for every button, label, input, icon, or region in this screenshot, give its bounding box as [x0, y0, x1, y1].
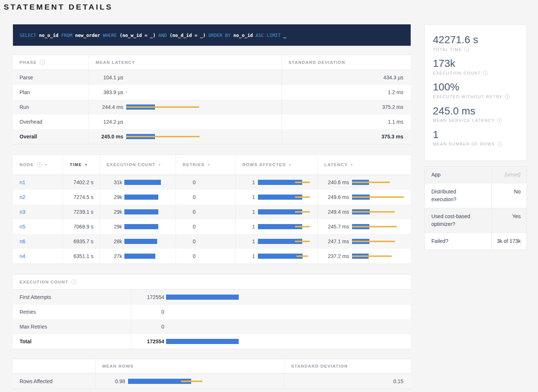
node-link[interactable]: n1 [20, 179, 25, 185]
attribute-label: Distributed execution? [425, 183, 492, 208]
mean-latency-value: 383.9 µs [96, 89, 123, 95]
attribute-label: Failed? [425, 233, 492, 250]
phase-table: PHASE MEAN LATENCY STANDARD DEVIATION Pa… [13, 55, 411, 144]
mean-latency-value: 245.0 ms [96, 134, 123, 140]
stat-executed-without-retry: 100% EXECUTED WITHOUT RETRY [433, 81, 518, 99]
retries-value: 0 [176, 224, 196, 230]
rows-affected-value: 1 [236, 238, 255, 244]
sort-arrow-icon[interactable]: ▼ [158, 163, 161, 166]
info-icon[interactable] [497, 118, 502, 123]
mean-rows-column-header: MEAN ROWS [95, 359, 284, 373]
node-column-header[interactable]: NODE ▼ [13, 155, 63, 175]
sort-arrow-icon[interactable]: ▼ [207, 163, 210, 166]
mean-rows-value: 0.98 [96, 378, 125, 384]
stat-value: 100% [433, 81, 518, 93]
table-row: n3 7239.1 s 29k 0 1 249.4 ms [13, 204, 411, 219]
std-dev-value: 375.2 ms [382, 104, 403, 110]
latency-bar [126, 90, 281, 95]
table-row: Max Retries 0 [13, 319, 411, 334]
row-label: Retries [20, 309, 36, 315]
rows-affected-value: 1 [236, 253, 255, 259]
latency-value: 247.1 ms [318, 238, 349, 244]
attribute-label: App [425, 166, 492, 183]
count-bar [166, 339, 402, 344]
info-icon[interactable] [497, 142, 502, 147]
rows-affected-bar [258, 239, 313, 244]
table-row: n1 7402.2 s 31k 0 1 240.6 ms [13, 175, 411, 190]
rows-affected-value: 1 [236, 224, 255, 230]
time-value: 7402.2 s [73, 179, 93, 185]
table-row: Overall 245.0 ms 375.3 ms [13, 129, 411, 144]
node-link[interactable]: n2 [20, 194, 25, 200]
count-value: 172554 [131, 294, 164, 300]
std-dev-column-header: STANDARD DEVIATION [282, 55, 411, 70]
info-icon[interactable] [71, 279, 76, 285]
std-dev-value: 0.15 [393, 378, 403, 384]
table-row: n4 6351.1 s 27k 0 1 237.2 ms [13, 249, 411, 264]
latency-column-header[interactable]: LATENCY ▼ [317, 155, 411, 175]
execution-count-bar [124, 224, 172, 229]
std-dev-value: 375.3 ms [382, 134, 403, 140]
table-row: Overhead 124.2 µs 1.1 ms [13, 114, 411, 129]
info-icon[interactable] [37, 162, 42, 167]
execution-count-bar [124, 239, 172, 244]
mean-latency-value: 104.1 µs [96, 75, 123, 80]
latency-value: 237.2 ms [318, 253, 349, 259]
phase-column-header: PHASE [13, 55, 89, 70]
stat-mean-number-of-rows: 1 MEAN NUMBER OF ROWS [433, 129, 518, 147]
count-bar [166, 295, 402, 300]
row-label: Rows Affected [20, 378, 52, 384]
count-value: 0 [131, 309, 164, 315]
info-icon[interactable] [505, 94, 510, 99]
time-column-header[interactable]: TIME ▼ [63, 155, 100, 175]
node-table: NODE ▼ TIME ▼ EXECUTION COUNT ▼ RETRIES … [13, 154, 411, 264]
sort-arrow-icon[interactable]: ▼ [85, 163, 87, 166]
main-column: SELECT no_o_id FROM new_order WHERE (no_… [13, 24, 411, 389]
rows-affected-bar [258, 195, 313, 200]
latency-value: 249.4 ms [318, 209, 349, 215]
mean-latency-value: 124.2 µs [96, 119, 123, 125]
summary-card: 42271.6 s TOTAL TIME 173k EXECUTION COUN… [424, 24, 527, 161]
mean-rows-bar [128, 379, 283, 384]
sort-arrow-icon[interactable]: ▼ [289, 163, 292, 166]
execution-count-column-header[interactable]: EXECUTION COUNT ▼ [100, 155, 176, 175]
execution-count-bar [124, 254, 172, 259]
phase-label: Overhead [20, 119, 42, 125]
table-row: First Attempts 172554 [13, 290, 411, 305]
attribute-row-cost-based-optimizer: Used cost-based optimizer? Yes [425, 208, 527, 233]
node-link[interactable]: n3 [20, 209, 25, 215]
node-link[interactable]: n5 [20, 224, 25, 230]
stat-mean-service-latency: 245.0 ms MEAN SERVICE LATENCY [433, 105, 518, 123]
sort-arrow-icon[interactable]: ▼ [45, 163, 48, 166]
execution-count-value: 29k [100, 224, 122, 230]
attribute-value: (unset) [492, 166, 527, 183]
statement-attributes-table: App (unset) Distributed execution? No Us… [424, 166, 527, 250]
node-link[interactable]: n6 [20, 238, 25, 244]
rows-affected-table: MEAN ROWS STANDARD DEVIATION Rows Affect… [13, 359, 411, 389]
info-icon[interactable] [464, 47, 469, 52]
phase-label: Run [20, 104, 29, 110]
node-link[interactable]: n4 [20, 253, 25, 259]
execution-count-table: EXECUTION COUNT First Attempts 172554 Re… [13, 274, 411, 349]
count-bar [166, 324, 402, 329]
sort-arrow-icon[interactable]: ▼ [350, 163, 353, 166]
retries-value: 0 [176, 253, 196, 259]
table-row: n5 7068.9 s 29k 0 1 245.7 ms [13, 219, 411, 234]
retries-column-header[interactable]: RETRIES ▼ [176, 155, 235, 175]
time-value: 7239.1 s [73, 209, 93, 215]
rows-affected-table-header: MEAN ROWS STANDARD DEVIATION [13, 359, 411, 374]
attribute-value: No [492, 183, 527, 208]
page-title: STATEMENT DETAILS [4, 3, 113, 11]
latency-bar [352, 209, 410, 214]
rows-affected-column-header[interactable]: ROWS AFFECTED ▼ [235, 155, 317, 175]
row-label: Total [20, 338, 31, 344]
info-icon[interactable] [483, 71, 488, 75]
std-dev-column-header: STANDARD DEVIATION [284, 359, 411, 373]
info-icon[interactable] [40, 60, 45, 65]
latency-value: 245.7 ms [318, 224, 349, 230]
latency-bar [126, 119, 281, 124]
rows-affected-value: 1 [236, 194, 255, 200]
count-bar [166, 309, 402, 314]
time-value: 6935.7 s [73, 238, 93, 244]
table-row: n6 6935.7 s 28k 0 1 247.1 ms [13, 234, 411, 249]
